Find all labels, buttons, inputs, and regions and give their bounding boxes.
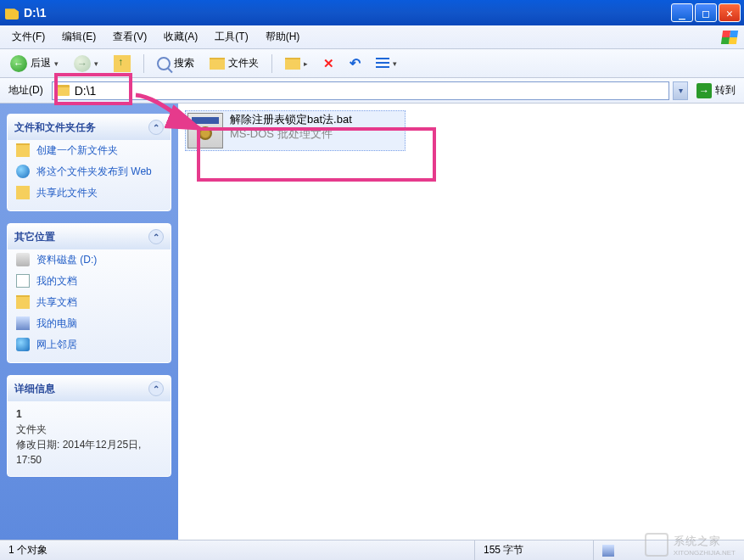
address-label: 地址(D) [3,83,48,98]
chevron-down-icon: ▾ [94,59,98,68]
forward-button[interactable]: → ▾ [69,53,103,75]
delete-icon: ✕ [323,56,334,71]
disk-icon [16,253,30,266]
details-type: 文件夹 [16,422,162,437]
item-label: 将这个文件夹发布到 Web [36,165,152,179]
share-icon [16,186,30,199]
content-area[interactable]: 解除注册表锁定bat法.bat MS-DOS 批处理文件 [178,104,744,540]
place-drive-d[interactable]: 资料磁盘 (D:) [8,249,171,271]
menu-help[interactable]: 帮助(H) [257,26,309,48]
chevron-down-icon: ▾ [54,59,59,68]
panel-tasks: 文件和文件夹任务 ⌃ 创建一个新文件夹 将这个文件夹发布到 Web 共享此文件夹 [7,114,171,211]
status-bar: 1 个对象 155 字节 [0,540,744,560]
titlebar: D:\1 _ □ ✕ [0,0,744,25]
status-size: 155 字节 [475,540,594,560]
network-icon [16,338,30,351]
address-bar: 地址(D) D:\1 ▾ → 转到 [0,78,744,104]
move-to-button[interactable]: ▸ [280,55,313,72]
move-icon [285,58,300,70]
file-type: MS-DOS 批处理文件 [230,127,352,142]
go-button[interactable]: → 转到 [691,81,741,100]
delete-button[interactable]: ✕ [318,53,339,74]
menu-edit[interactable]: 编辑(E) [53,26,104,48]
address-input[interactable]: D:\1 [52,81,669,100]
panel-title: 文件和文件夹任务 [14,120,96,135]
file-item[interactable]: 解除注册表锁定bat法.bat MS-DOS 批处理文件 [185,110,406,151]
collapse-icon[interactable]: ⌃ [148,381,164,396]
search-button[interactable]: 搜索 [152,53,199,73]
status-object-count: 1 个对象 [0,540,475,560]
item-label: 我的电脑 [36,316,77,331]
panel-title: 其它位置 [14,230,55,244]
batch-file-icon [187,113,223,148]
details-mod-label: 修改日期: [16,439,59,451]
window-title: D:\1 [24,6,46,20]
menu-file[interactable]: 文件(F) [3,26,53,48]
back-icon: ← [10,55,27,72]
undo-icon: ↶ [350,55,361,71]
minimize-button[interactable]: _ [671,3,693,22]
item-label: 共享此文件夹 [36,186,98,200]
separator [143,54,144,73]
details-name: 1 [16,408,22,420]
windows-flag-icon [720,29,739,46]
views-icon [376,58,389,70]
folders-label: 文件夹 [228,56,259,70]
file-text: 解除注册表锁定bat法.bat MS-DOS 批处理文件 [230,113,352,142]
panel-header[interactable]: 详细信息 ⌃ [8,376,171,401]
place-my-computer[interactable]: 我的电脑 [8,313,171,334]
search-icon [157,57,171,70]
up-icon [114,55,131,72]
item-label: 我的文档 [36,274,77,288]
menu-view[interactable]: 查看(V) [104,26,155,48]
task-new-folder[interactable]: 创建一个新文件夹 [8,140,171,161]
folder-icon [16,295,30,309]
computer-icon [16,316,30,330]
main-area: 文件和文件夹任务 ⌃ 创建一个新文件夹 将这个文件夹发布到 Web 共享此文件夹… [0,104,744,540]
task-share[interactable]: 共享此文件夹 [8,182,171,204]
place-network[interactable]: 网上邻居 [8,334,171,356]
menubar: 文件(F) 编辑(E) 查看(V) 收藏(A) 工具(T) 帮助(H) [0,25,744,49]
menu-tools[interactable]: 工具(T) [206,26,256,48]
collapse-icon[interactable]: ⌃ [148,120,164,135]
item-label: 共享文档 [36,295,77,310]
up-button[interactable] [109,53,136,75]
search-label: 搜索 [174,56,194,70]
document-icon [16,274,30,288]
folder-icon [210,58,225,70]
panel-header[interactable]: 文件和文件夹任务 ⌃ [8,115,171,140]
panel-title: 详细信息 [14,382,55,396]
collapse-icon[interactable]: ⌃ [148,229,164,244]
close-button[interactable]: ✕ [719,3,741,22]
place-shared-documents[interactable]: 共享文档 [8,292,171,313]
toolbar: ← 后退 ▾ → ▾ 搜索 文件夹 ▸ ✕ ↶ ▾ [0,49,744,78]
address-dropdown[interactable]: ▾ [673,81,688,100]
place-my-documents[interactable]: 我的文档 [8,271,171,292]
forward-icon: → [74,55,91,72]
folder-icon [16,143,30,157]
separator [271,54,272,73]
undo-button[interactable]: ↶ [344,53,366,74]
details-body: 1 文件夹 修改日期: 2014年12月25日, 17:50 [8,401,171,469]
go-icon: → [696,83,712,98]
panel-header[interactable]: 其它位置 ⌃ [8,224,171,249]
back-label: 后退 [31,56,51,70]
folder-icon [5,6,19,20]
item-label: 网上邻居 [36,338,77,352]
panel-details: 详细信息 ⌃ 1 文件夹 修改日期: 2014年12月25日, 17:50 [7,375,171,477]
task-publish-web[interactable]: 将这个文件夹发布到 Web [8,161,171,182]
folder-icon [56,85,70,96]
go-label: 转到 [715,83,736,98]
maximize-button[interactable]: □ [695,3,717,22]
item-label: 创建一个新文件夹 [36,143,118,158]
menu-favorites[interactable]: 收藏(A) [155,26,206,48]
back-button[interactable]: ← 后退 ▾ [5,53,64,75]
address-value: D:\1 [75,84,97,98]
folders-button[interactable]: 文件夹 [204,53,264,73]
views-button[interactable]: ▾ [371,55,402,72]
sidebar: 文件和文件夹任务 ⌃ 创建一个新文件夹 将这个文件夹发布到 Web 共享此文件夹… [0,104,178,540]
computer-icon [602,545,614,557]
globe-icon [16,165,30,178]
file-name: 解除注册表锁定bat法.bat [230,113,352,127]
panel-other-places: 其它位置 ⌃ 资料磁盘 (D:) 我的文档 共享文档 我的电脑 网上邻居 [7,223,171,363]
